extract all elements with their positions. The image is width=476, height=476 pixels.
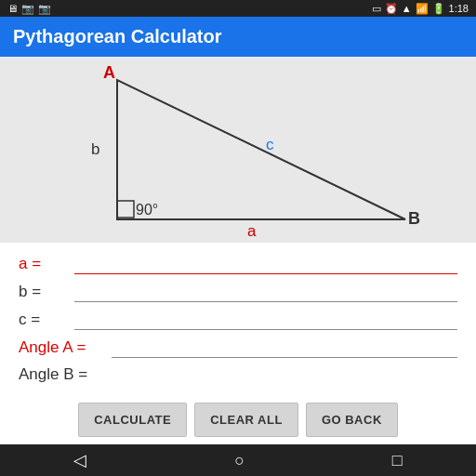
charge-icon: 🔋 [432,3,445,15]
go-back-button[interactable]: GO BACK [306,403,398,437]
b-label: b = [19,283,74,301]
phone-icon: 📷 [21,3,34,15]
angle-label: 90° [136,202,158,218]
vertex-a-label: A [103,63,115,82]
title-bar: Pythagorean Calculator [0,17,476,57]
photo-icon: 📷 [38,3,51,15]
nav-bar: ◁ ○ □ [0,444,476,476]
angle-a-label: Angle A = [19,338,112,357]
b-input[interactable] [74,282,457,302]
vertex-b-label: B [408,209,420,228]
a-input-row: a = [19,254,457,274]
calculate-button[interactable]: CALCULATE [78,403,187,437]
side-c-label: c [266,136,274,153]
c-input[interactable] [74,310,457,330]
screen-icon: 🖥 [7,3,18,15]
svg-marker-0 [117,80,405,219]
angle-a-input[interactable] [112,337,457,358]
alarm-icon: ⏰ [385,3,398,15]
battery-icon: ▭ [372,3,381,15]
triangle-diagram: A b c 90° a B [43,61,433,238]
angle-b-label: Angle B = [19,365,87,384]
app-title: Pythagorean Calculator [13,26,222,46]
a-input[interactable] [74,254,457,274]
home-nav-button[interactable]: ○ [234,451,245,470]
button-row: CALCULATE CLEAR ALL GO BACK [19,403,457,437]
c-input-row: c = [19,310,457,330]
back-nav-button[interactable]: ◁ [73,450,86,470]
side-a-label: a [247,222,257,238]
clear-all-button[interactable]: CLEAR ALL [194,403,298,437]
status-bar: 🖥 📷 📷 ▭ ⏰ ▲ 📶 🔋 1:18 [0,0,476,17]
side-b-label: b [91,140,99,158]
diagram-area: A b c 90° a B [0,57,476,243]
time-display: 1:18 [449,3,469,14]
c-label: c = [19,311,74,329]
form-area: a = b = c = Angle A = Angle B = CALCULAT… [0,243,476,444]
wifi-icon: ▲ [402,3,412,14]
status-icons-left: 🖥 📷 📷 [7,3,51,15]
angle-b-row: Angle B = [19,365,457,384]
a-label: a = [19,255,74,273]
b-input-row: b = [19,282,457,302]
svg-rect-1 [117,201,134,218]
angle-a-input-row: Angle A = [19,337,457,358]
signal-icon: 📶 [416,3,429,15]
recent-nav-button[interactable]: □ [392,451,403,470]
